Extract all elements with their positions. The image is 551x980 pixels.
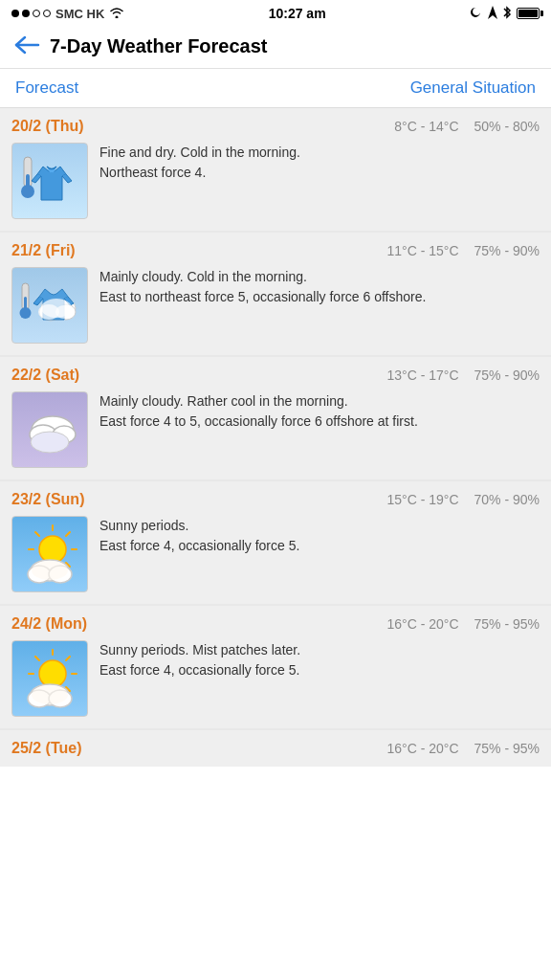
status-right xyxy=(470,6,540,22)
svg-point-7 xyxy=(20,307,32,319)
status-time: 10:27 am xyxy=(269,6,326,21)
tab-general-situation[interactable]: General Situation xyxy=(410,78,536,98)
carrier-label: SMC HK xyxy=(55,7,104,21)
svg-point-18 xyxy=(39,536,66,563)
forecast-day-5-temp: 16°C - 20°C xyxy=(387,616,459,632)
forecast-day-3-humidity: 75% - 90% xyxy=(474,368,540,383)
forecast-day-6-humidity: 75% - 95% xyxy=(474,741,540,756)
forecast-day-3-temp: 13°C - 17°C xyxy=(387,368,459,383)
forecast-day-3-header: 22/2 (Sat) 13°C - 17°C 75% - 90% xyxy=(11,367,540,384)
forecast-day-2-stats: 11°C - 15°C 75% - 90% xyxy=(387,243,540,258)
forecast-day-3-stats: 13°C - 17°C 75% - 90% xyxy=(387,368,540,383)
forecast-day-6-date: 25/2 (Tue) xyxy=(11,740,82,757)
forecast-day-1-body: Fine and dry. Cold in the morning.Northe… xyxy=(11,143,540,219)
forecast-day-5-stats: 16°C - 20°C 75% - 95% xyxy=(387,616,540,632)
signal-dot-4 xyxy=(43,10,51,17)
forecast-day-5: 24/2 (Mon) 16°C - 20°C 75% - 95% xyxy=(0,606,551,728)
battery-icon xyxy=(517,8,540,19)
forecast-day-4-humidity: 70% - 90% xyxy=(474,492,540,507)
app-header: 7-Day Weather Forecast xyxy=(0,27,551,69)
forecast-day-1-stats: 8°C - 14°C 50% - 80% xyxy=(394,119,540,134)
wifi-icon xyxy=(109,7,124,21)
forecast-day-2-body: Mainly cloudy. Cold in the morning.East … xyxy=(11,267,540,344)
forecast-day-4-icon xyxy=(11,516,88,592)
forecast-day-1-icon xyxy=(11,143,88,219)
forecast-day-5-icon xyxy=(11,640,88,717)
forecast-day-4-desc: Sunny periods.East force 4, occasionally… xyxy=(99,516,540,556)
forecast-day-1: 20/2 (Thu) 8°C - 14°C 50% - 80% xyxy=(0,108,551,231)
svg-marker-0 xyxy=(488,6,497,19)
forecast-day-2-icon xyxy=(11,267,88,344)
forecast-day-6-stats: 16°C - 20°C 75% - 95% xyxy=(387,741,540,756)
location-icon xyxy=(488,6,497,22)
forecast-day-3-desc: Mainly cloudy. Rather cool in the mornin… xyxy=(99,391,540,432)
forecast-list: 20/2 (Thu) 8°C - 14°C 50% - 80% xyxy=(0,108,551,767)
forecast-day-2-humidity: 75% - 90% xyxy=(474,243,540,258)
tab-forecast[interactable]: Forecast xyxy=(15,78,78,98)
svg-point-13 xyxy=(55,305,73,319)
forecast-day-4-date: 23/2 (Sun) xyxy=(11,491,84,508)
forecast-day-1-header: 20/2 (Thu) 8°C - 14°C 50% - 80% xyxy=(11,118,540,135)
svg-point-4 xyxy=(21,185,34,198)
signal-dot-3 xyxy=(33,10,40,17)
signal-dot-1 xyxy=(11,10,19,17)
forecast-day-2-date: 21/2 (Fri) xyxy=(11,242,76,259)
forecast-day-3-icon xyxy=(11,391,88,468)
forecast-day-5-header: 24/2 (Mon) 16°C - 20°C 75% - 95% xyxy=(11,615,540,633)
svg-line-31 xyxy=(66,657,70,660)
svg-point-29 xyxy=(39,660,66,687)
signal-dot-2 xyxy=(22,10,30,17)
forecast-day-3-body: Mainly cloudy. Rather cool in the mornin… xyxy=(11,391,540,468)
svg-line-34 xyxy=(35,657,39,660)
svg-point-17 xyxy=(31,432,69,453)
forecast-day-4-stats: 15°C - 19°C 70% - 90% xyxy=(387,492,540,507)
forecast-day-2-desc: Mainly cloudy. Cold in the morning.East … xyxy=(99,267,540,307)
forecast-day-2-temp: 11°C - 15°C xyxy=(387,243,459,258)
bluetooth-icon xyxy=(502,6,512,22)
forecast-day-2-header: 21/2 (Fri) 11°C - 15°C 75% - 90% xyxy=(11,242,540,259)
forecast-day-2: 21/2 (Fri) 11°C - 15°C 75% - 90% xyxy=(0,233,551,355)
forecast-day-5-desc: Sunny periods. Mist patches later.East f… xyxy=(99,640,540,680)
forecast-day-5-humidity: 75% - 95% xyxy=(474,616,540,632)
signal-dots xyxy=(11,10,51,17)
page-title: 7-Day Weather Forecast xyxy=(50,35,268,57)
forecast-day-5-date: 24/2 (Mon) xyxy=(11,615,87,633)
back-button[interactable] xyxy=(13,34,40,58)
svg-point-39 xyxy=(32,685,68,704)
forecast-day-6-temp: 16°C - 20°C xyxy=(387,741,459,756)
forecast-day-4-body: Sunny periods.East force 4, occasionally… xyxy=(11,516,540,592)
forecast-day-1-humidity: 50% - 80% xyxy=(474,119,540,134)
forecast-day-1-desc: Fine and dry. Cold in the morning.Northe… xyxy=(99,143,540,183)
forecast-day-3-date: 22/2 (Sat) xyxy=(11,367,79,384)
forecast-day-3: 22/2 (Sat) 13°C - 17°C 75% - 90% Mainly … xyxy=(0,357,551,479)
moon-icon xyxy=(470,6,483,22)
status-left: SMC HK xyxy=(11,7,124,21)
forecast-day-1-temp: 8°C - 14°C xyxy=(394,119,458,134)
svg-line-20 xyxy=(66,532,70,536)
forecast-day-6: 25/2 (Tue) 16°C - 20°C 75% - 95% xyxy=(0,730,551,767)
forecast-day-1-date: 20/2 (Thu) xyxy=(11,118,84,135)
forecast-day-4-header: 23/2 (Sun) 15°C - 19°C 70% - 90% xyxy=(11,491,540,508)
forecast-day-4-temp: 15°C - 19°C xyxy=(387,492,459,507)
forecast-day-4: 23/2 (Sun) 15°C - 19°C 70% - 90% xyxy=(0,481,551,604)
forecast-day-6-header: 25/2 (Tue) 16°C - 20°C 75% - 95% xyxy=(11,740,540,757)
svg-line-23 xyxy=(35,532,39,536)
status-bar: SMC HK 10:27 am xyxy=(0,0,551,27)
svg-point-28 xyxy=(32,561,68,580)
forecast-day-5-body: Sunny periods. Mist patches later.East f… xyxy=(11,640,540,717)
tab-navigation: Forecast General Situation xyxy=(0,69,551,108)
battery-fill xyxy=(518,10,538,17)
